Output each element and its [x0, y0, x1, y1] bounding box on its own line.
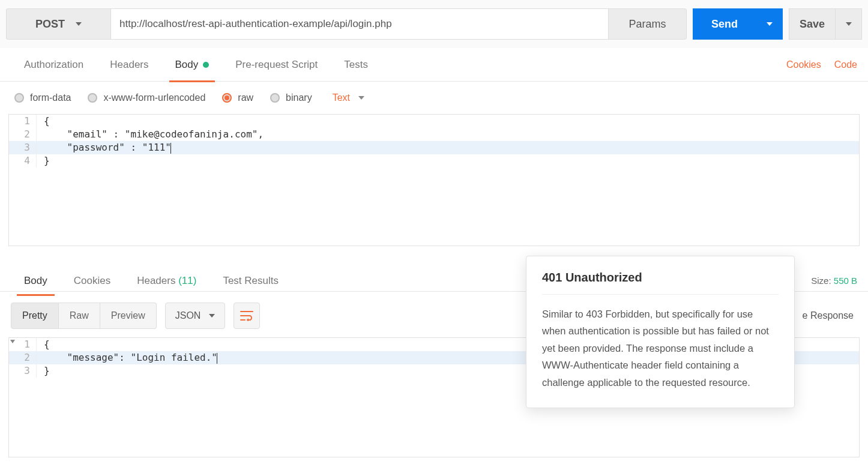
content-type-select[interactable]: Text: [333, 92, 364, 103]
body-type-binary[interactable]: binary: [270, 92, 312, 103]
tooltip-text: Similar to 403 Forbidden, but specifical…: [542, 306, 779, 391]
radio-icon: [222, 93, 232, 103]
divider: [542, 294, 779, 295]
tab-tests[interactable]: Tests: [331, 48, 381, 82]
response-format-value: JSON: [175, 310, 201, 321]
gutter: 4: [9, 154, 37, 167]
radio-icon: [270, 93, 280, 103]
status-tooltip: 401 Unauthorized Similar to 403 Forbidde…: [526, 256, 795, 408]
body-type-label: binary: [286, 92, 312, 103]
request-tabs: Authorization Headers Body Pre-request S…: [0, 48, 868, 82]
content-type-value: Text: [333, 92, 350, 103]
request-body-editor[interactable]: 1{2 "email" : "mike@codeofaninja.com",3 …: [8, 114, 860, 246]
gutter: 3: [9, 364, 37, 378]
response-format-select[interactable]: JSON: [165, 303, 226, 329]
tab-body-label: Body: [175, 59, 199, 71]
radio-icon: [14, 93, 24, 103]
line-content: "password" : "111": [37, 141, 171, 154]
tab-prerequest-script[interactable]: Pre-request Script: [222, 48, 331, 82]
body-type-form-data[interactable]: form-data: [14, 92, 71, 103]
line-content: {: [37, 338, 50, 351]
send-button[interactable]: Send: [693, 8, 756, 40]
code-line: 4}: [9, 154, 859, 167]
body-type-urlencoded[interactable]: x-www-form-urlencoded: [88, 92, 205, 103]
view-raw-button[interactable]: Raw: [59, 303, 100, 329]
save-dropdown-button[interactable]: [836, 8, 862, 40]
line-content: {: [37, 115, 50, 128]
request-right-links: Cookies Code: [786, 59, 857, 70]
gutter: 1: [9, 115, 37, 128]
cookies-link[interactable]: Cookies: [786, 59, 821, 70]
tab-authorization[interactable]: Authorization: [11, 48, 97, 82]
save-button[interactable]: Save: [789, 8, 836, 40]
code-link[interactable]: Code: [834, 59, 857, 70]
gutter: 3: [9, 141, 37, 154]
gutter: 2: [9, 351, 37, 364]
request-bar: POST Params Send Save: [0, 0, 868, 48]
response-tab-body[interactable]: Body: [11, 267, 61, 295]
wrap-lines-button[interactable]: [234, 303, 260, 329]
line-content: "email" : "mike@codeofaninja.com",: [37, 128, 264, 141]
response-headers-count: (11): [178, 275, 196, 287]
tooltip-title: 401 Unauthorized: [542, 271, 779, 285]
line-content: }: [37, 364, 50, 378]
gutter: 2: [9, 128, 37, 141]
size-value: 550 B: [834, 276, 857, 286]
response-tab-headers[interactable]: Headers (11): [124, 267, 209, 295]
code-line: 2 "email" : "mike@codeofaninja.com",: [9, 128, 859, 141]
line-content: "message": "Login failed.": [37, 351, 217, 364]
size-block: Size: 550 B: [811, 276, 857, 286]
chevron-down-icon: [846, 22, 852, 26]
body-type-row: form-data x-www-form-urlencoded raw bina…: [0, 82, 868, 114]
response-tab-test-results[interactable]: Test Results: [209, 267, 292, 295]
dirty-indicator-icon: [203, 62, 209, 68]
params-button[interactable]: Params: [609, 8, 687, 40]
body-type-label: form-data: [30, 92, 71, 103]
gutter: 1: [9, 338, 37, 351]
save-response-button[interactable]: e Response: [803, 310, 857, 321]
view-preview-button[interactable]: Preview: [100, 303, 157, 329]
fold-icon[interactable]: [10, 340, 15, 343]
tab-headers[interactable]: Headers: [97, 48, 161, 82]
code-line: 3 "password" : "111": [9, 141, 859, 154]
chevron-down-icon: [76, 22, 82, 26]
response-tab-headers-label: Headers: [137, 275, 175, 287]
code-line: 1{: [9, 115, 859, 128]
chevron-down-icon: [767, 22, 773, 26]
send-dropdown-button[interactable]: [756, 8, 783, 40]
line-content: }: [37, 154, 50, 167]
view-pretty-button[interactable]: Pretty: [11, 303, 59, 329]
url-input[interactable]: [110, 8, 609, 40]
chevron-down-icon: [358, 96, 364, 100]
chevron-down-icon: [209, 314, 215, 318]
body-type-label: raw: [238, 92, 253, 103]
radio-icon: [88, 93, 97, 103]
body-type-label: x-www-form-urlencoded: [103, 92, 205, 103]
body-type-raw[interactable]: raw: [222, 92, 253, 103]
response-tab-cookies[interactable]: Cookies: [61, 267, 124, 295]
tab-body[interactable]: Body: [162, 48, 223, 82]
http-method-select[interactable]: POST: [6, 8, 110, 40]
size-label: Size:: [811, 276, 831, 286]
http-method-value: POST: [35, 18, 65, 31]
wrap-lines-icon: [240, 310, 253, 321]
